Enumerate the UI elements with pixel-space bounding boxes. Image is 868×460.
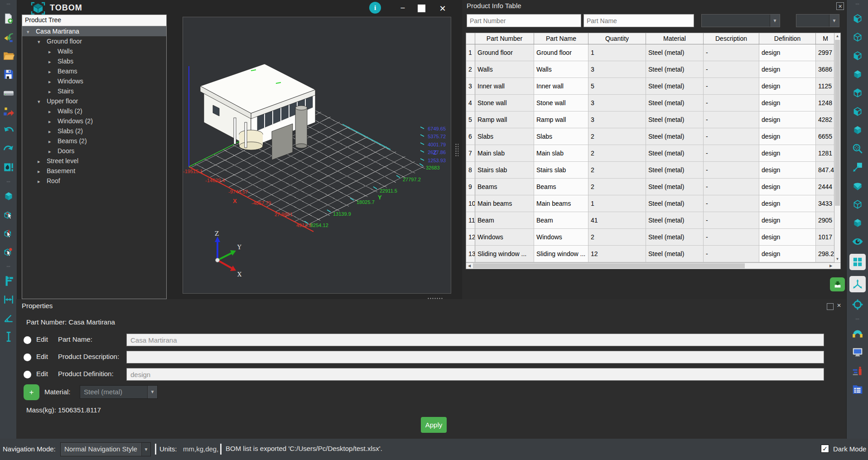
table-row[interactable]: 2 Walls Walls 3 Steel (metal) - design 3… bbox=[466, 61, 840, 78]
cell-part-name[interactable]: Beams bbox=[534, 179, 588, 195]
table-row[interactable]: 3 Inner wall Inner wall 5 Steel (metal) … bbox=[466, 78, 840, 95]
table-row[interactable]: 6 Slabs Slabs 2 Steel (metal) - design 6… bbox=[466, 128, 840, 145]
redo-icon[interactable] bbox=[2, 142, 15, 155]
cell-material[interactable]: Steel (metal) bbox=[646, 145, 704, 162]
dark-mode-checkbox[interactable]: ✓ bbox=[821, 445, 829, 453]
product-definition-input[interactable] bbox=[126, 368, 824, 381]
scroll-down-icon[interactable]: ▼ bbox=[834, 256, 840, 262]
cell-quantity[interactable]: 2 bbox=[588, 145, 646, 162]
cell-description[interactable]: - bbox=[704, 61, 759, 78]
cell-quantity[interactable]: 12 bbox=[588, 246, 646, 262]
col-part-number[interactable]: Part Number bbox=[475, 33, 534, 44]
view-front-cube-icon[interactable] bbox=[851, 12, 864, 25]
cell-material[interactable]: Steel (metal) bbox=[646, 229, 704, 246]
import-model-icon[interactable] bbox=[2, 31, 15, 44]
cell-material[interactable]: Steel (metal) bbox=[646, 111, 704, 128]
cell-definition[interactable]: design bbox=[759, 162, 816, 179]
tree-item[interactable]: ▸ Beams bbox=[22, 66, 166, 76]
chevron-down-icon[interactable]: ▼ bbox=[147, 386, 157, 398]
cell-definition[interactable]: design bbox=[759, 212, 816, 229]
new-document-icon[interactable] bbox=[2, 12, 15, 25]
tree-item[interactable]: ▸ Windows bbox=[22, 76, 166, 86]
expander-icon[interactable]: ▸ bbox=[48, 59, 51, 64]
cell-mass[interactable]: 4282 bbox=[816, 111, 835, 128]
row-number[interactable]: 1 bbox=[466, 44, 475, 61]
tree-item[interactable]: ▸ Basement bbox=[22, 166, 166, 176]
tree-item[interactable]: ▸ Windows (2) bbox=[22, 116, 166, 126]
add-material-button[interactable]: + bbox=[24, 384, 39, 400]
cell-part-number[interactable]: Stairs slab bbox=[475, 162, 534, 179]
scroll-left-icon[interactable]: ◀ bbox=[466, 263, 473, 269]
cell-part-name[interactable]: Stone wall bbox=[534, 95, 588, 111]
table-row[interactable]: 13 Sliding window ... Sliding window ...… bbox=[466, 246, 840, 262]
table-row[interactable]: 9 Beams Beams 2 Steel (metal) - design 2… bbox=[466, 179, 840, 195]
table-row[interactable]: 7 Main slab Main slab 2 Steel (metal) - … bbox=[466, 145, 840, 162]
viewport-grid-icon[interactable] bbox=[849, 254, 866, 270]
toolbar-grip[interactable] bbox=[851, 317, 864, 321]
expander-icon[interactable]: ▸ bbox=[38, 179, 40, 184]
cell-description[interactable]: - bbox=[704, 195, 759, 212]
view-right-cube-icon[interactable] bbox=[851, 68, 864, 81]
cell-quantity[interactable]: 2 bbox=[588, 179, 646, 195]
cell-part-number[interactable]: Stone wall bbox=[475, 95, 534, 111]
table-row[interactable]: 10 Main beams Main beams 1 Steel (metal)… bbox=[466, 195, 840, 212]
row-number[interactable]: 10 bbox=[466, 195, 475, 212]
export-model-icon[interactable] bbox=[2, 105, 15, 118]
cell-description[interactable]: - bbox=[704, 179, 759, 195]
col-part-name[interactable]: Part Name bbox=[534, 33, 588, 44]
cell-part-number[interactable]: Beams bbox=[475, 179, 534, 195]
maximize-button[interactable] bbox=[418, 5, 425, 12]
vertical-scroll-thumb[interactable] bbox=[835, 40, 840, 206]
part-name-input[interactable] bbox=[126, 334, 824, 346]
cell-material[interactable]: Steel (metal) bbox=[646, 195, 704, 212]
origin-target-icon[interactable] bbox=[851, 298, 864, 311]
cell-part-name[interactable]: Main beams bbox=[534, 195, 588, 212]
expander-icon[interactable]: ▸ bbox=[48, 89, 51, 94]
open-folder-icon[interactable] bbox=[2, 49, 15, 62]
table-row[interactable]: 11 Beam Beam 41 Steel (metal) - design 2… bbox=[466, 212, 840, 229]
cell-quantity[interactable]: 2 bbox=[588, 229, 646, 246]
cell-description[interactable]: - bbox=[704, 162, 759, 179]
row-number[interactable]: 8 bbox=[466, 162, 475, 179]
chevron-down-icon[interactable]: ▼ bbox=[829, 15, 839, 27]
cell-material[interactable]: Steel (metal) bbox=[646, 128, 704, 145]
expander-icon[interactable]: ▸ bbox=[48, 109, 51, 114]
vertical-splitter-handle[interactable] bbox=[455, 143, 458, 157]
cell-part-name[interactable]: Ramp wall bbox=[534, 111, 588, 128]
axis-triad-icon[interactable] bbox=[849, 276, 866, 292]
cell-part-name[interactable]: Sliding window ... bbox=[534, 246, 588, 262]
view-left-cube-icon[interactable] bbox=[851, 49, 864, 62]
col-description[interactable]: Description bbox=[704, 33, 759, 44]
cell-part-number[interactable]: Slabs bbox=[475, 128, 534, 145]
expander-icon[interactable]: ▾ bbox=[27, 29, 29, 34]
storage-drive-icon[interactable] bbox=[2, 87, 15, 99]
navigation-mode-combo[interactable]: Normal Navigation Style ▼ bbox=[60, 442, 151, 456]
cell-part-name[interactable]: Beam bbox=[534, 212, 588, 229]
bom-table-icon[interactable] bbox=[851, 383, 864, 396]
table-row[interactable]: 4 Stone wall Stone wall 3 Steel (metal) … bbox=[466, 95, 840, 111]
cell-description[interactable]: - bbox=[704, 95, 759, 111]
col-mass[interactable]: M bbox=[816, 33, 835, 44]
tree-item[interactable]: ▸ Street level bbox=[22, 156, 166, 166]
cell-mass[interactable]: 1125 bbox=[816, 78, 835, 95]
tree-item[interactable]: ▾ Upper floor bbox=[22, 96, 166, 106]
cell-mass[interactable]: 2997 bbox=[816, 44, 835, 61]
product-description-input[interactable] bbox=[126, 351, 824, 363]
cell-mass[interactable]: 1248 bbox=[816, 95, 835, 111]
cell-part-name[interactable]: Slabs bbox=[534, 128, 588, 145]
scroll-right-icon[interactable]: ▶ bbox=[828, 263, 834, 269]
expander-icon[interactable]: ▸ bbox=[38, 169, 40, 174]
cell-quantity[interactable]: 3 bbox=[588, 111, 646, 128]
cell-definition[interactable]: design bbox=[759, 111, 816, 128]
export-excel-button[interactable] bbox=[830, 277, 845, 291]
cell-definition[interactable]: design bbox=[759, 195, 816, 212]
chevron-down-icon[interactable]: ▼ bbox=[141, 443, 150, 456]
contrast-display-icon[interactable] bbox=[2, 161, 15, 174]
info-panel-close-icon[interactable]: ✕ bbox=[836, 2, 844, 10]
angle-measure-icon[interactable] bbox=[2, 312, 15, 324]
cell-part-number[interactable]: Ramp wall bbox=[475, 111, 534, 128]
expander-icon[interactable]: ▾ bbox=[38, 39, 40, 44]
cell-description[interactable]: - bbox=[704, 78, 759, 95]
cell-definition[interactable]: design bbox=[759, 78, 816, 95]
edit-part-name-radio[interactable] bbox=[24, 336, 31, 344]
